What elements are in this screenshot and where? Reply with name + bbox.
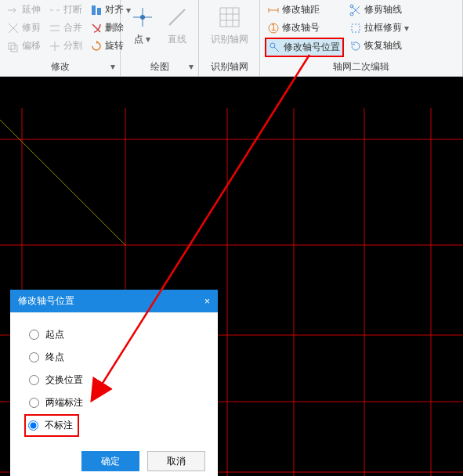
dialog-modify-position: 修改轴号位置 × 起点 终点 交换位置 两端标注 不标注 确定 取消 xyxy=(10,290,218,476)
label: 点 xyxy=(134,34,143,45)
dialog-titlebar[interactable]: 修改轴号位置 × xyxy=(10,290,218,312)
group-title: 绘图▾ xyxy=(124,59,195,76)
ok-button[interactable]: 确定 xyxy=(81,451,139,471)
position-icon xyxy=(269,41,281,54)
group-modify: 延伸 修剪 偏移 打断 合并 分割 对齐▾ 删除 旋转 修改▾ xyxy=(0,0,121,76)
recognize-button[interactable]: 识别轴网 xyxy=(206,2,253,49)
label: 延伸 xyxy=(22,3,41,16)
svg-rect-3 xyxy=(97,8,101,15)
label: 修改轴号 xyxy=(282,21,320,34)
restore-icon xyxy=(349,40,362,52)
radio-none[interactable]: 不标注 xyxy=(27,416,74,435)
group-axis-edit: 修改轴距 1修改轴号 修改轴号位置 修剪轴线 拉框修剪▾ 恢复轴线 轴网二次编辑 xyxy=(260,0,463,76)
align-icon xyxy=(90,4,103,16)
point-button[interactable]: 点 ▾ xyxy=(125,2,160,49)
split-button[interactable]: 分割 xyxy=(46,38,85,54)
distance-icon xyxy=(267,4,280,16)
label: 修剪轴线 xyxy=(364,3,402,16)
label: 两端标注 xyxy=(45,396,83,409)
chevron-down-icon: ▾ xyxy=(404,23,409,34)
label: 打断 xyxy=(63,3,82,16)
label: 交换位置 xyxy=(45,373,83,387)
close-icon[interactable]: × xyxy=(204,296,210,307)
trim-icon xyxy=(7,22,20,34)
dialog-buttons: 确定 取消 xyxy=(10,443,218,476)
dialog-body: 起点 终点 交换位置 两端标注 不标注 xyxy=(10,312,218,443)
number-icon: 1 xyxy=(267,22,280,34)
break-button[interactable]: 打断 xyxy=(46,2,85,18)
highlighted-option: 不标注 xyxy=(24,414,79,437)
group-title: 修改▾ xyxy=(3,59,117,76)
rotate-icon xyxy=(90,40,103,52)
label: 修改轴距 xyxy=(282,3,320,16)
cancel-button[interactable]: 取消 xyxy=(147,451,205,471)
group-recognize: 识别轴网 识别轴网 xyxy=(199,0,260,76)
label: 修改轴号位置 xyxy=(284,41,340,54)
svg-text:1: 1 xyxy=(271,22,277,33)
label: 偏移 xyxy=(22,39,41,52)
box-icon xyxy=(349,22,362,34)
merge-button[interactable]: 合并 xyxy=(46,20,85,36)
label: 拉框修剪 xyxy=(364,21,402,34)
line-icon xyxy=(165,5,190,30)
ribbon: 延伸 修剪 偏移 打断 合并 分割 对齐▾ 删除 旋转 修改▾ 点 ▾ xyxy=(0,0,463,77)
label: 恢复轴线 xyxy=(364,39,402,52)
label: 不标注 xyxy=(45,419,73,432)
group-draw: 点 ▾ 直线 绘图▾ xyxy=(121,0,199,76)
extend-button[interactable]: 延伸 xyxy=(5,2,43,18)
radio-both[interactable]: 两端标注 xyxy=(27,391,201,414)
svg-line-30 xyxy=(0,120,125,245)
label: 终点 xyxy=(45,351,64,364)
delete-icon xyxy=(90,22,103,34)
svg-rect-1 xyxy=(11,45,17,52)
offset-button[interactable]: 偏移 xyxy=(5,38,43,54)
radio-end[interactable]: 终点 xyxy=(27,346,201,369)
trim-axis-button[interactable]: 修剪轴线 xyxy=(347,2,411,18)
offset-icon xyxy=(7,40,20,52)
modify-position-button[interactable]: 修改轴号位置 xyxy=(265,38,344,57)
trim-button[interactable]: 修剪 xyxy=(5,20,43,36)
label: 修剪 xyxy=(22,21,41,34)
group-title: 识别轴网 xyxy=(202,59,256,76)
svg-rect-8 xyxy=(220,8,239,27)
svg-line-7 xyxy=(169,9,185,25)
svg-rect-2 xyxy=(92,5,96,15)
point-icon xyxy=(130,5,155,30)
dialog-title: 修改轴号位置 xyxy=(18,294,74,308)
box-trim-button[interactable]: 拉框修剪▾ xyxy=(347,20,411,36)
line-button[interactable]: 直线 xyxy=(160,2,194,49)
modify-distance-button[interactable]: 修改轴距 xyxy=(265,2,344,18)
extend-icon xyxy=(7,4,20,16)
label: 分割 xyxy=(63,39,82,52)
grid-icon xyxy=(217,5,242,30)
svg-point-6 xyxy=(140,15,145,20)
svg-rect-0 xyxy=(9,43,15,49)
label: 识别轴网 xyxy=(211,33,248,46)
scissors-icon xyxy=(349,4,362,16)
svg-rect-18 xyxy=(352,24,360,32)
merge-icon xyxy=(49,22,61,34)
expand-icon[interactable]: ▾ xyxy=(110,61,115,72)
split-icon xyxy=(49,40,61,52)
restore-axis-button[interactable]: 恢复轴线 xyxy=(347,38,411,54)
radio-start[interactable]: 起点 xyxy=(27,323,201,346)
group-title: 轴网二次编辑 xyxy=(263,59,459,76)
break-icon xyxy=(49,4,61,16)
label: 合并 xyxy=(63,21,82,34)
label: 起点 xyxy=(45,328,64,341)
modify-number-button[interactable]: 1修改轴号 xyxy=(265,20,344,36)
label: 直线 xyxy=(168,33,186,46)
radio-swap[interactable]: 交换位置 xyxy=(27,369,201,391)
chevron-down-icon: ▾ xyxy=(146,34,150,45)
expand-icon[interactable]: ▾ xyxy=(189,61,194,72)
